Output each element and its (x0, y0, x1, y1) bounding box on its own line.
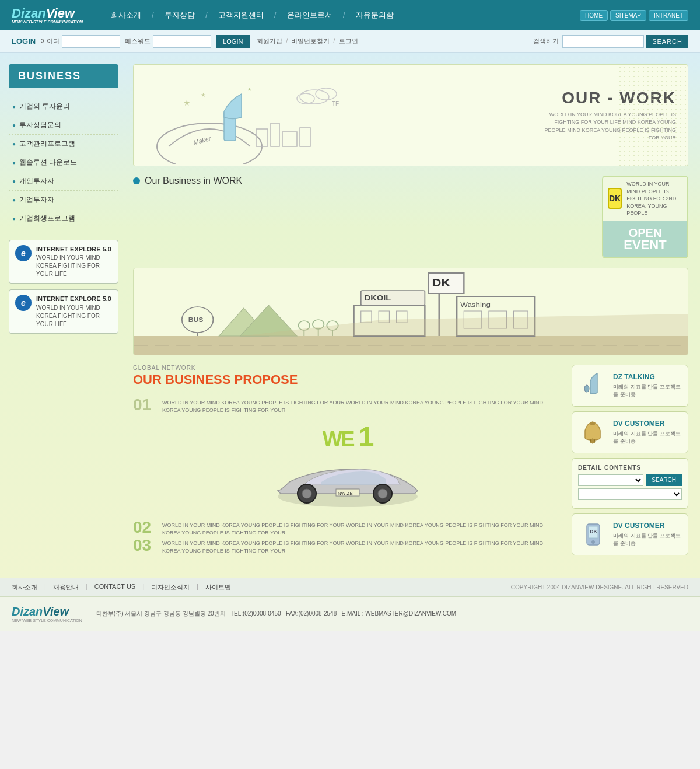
login-bar: LOGIN 아이디 패스워드 LOGIN 회원가입 / 비밀번호찾기 / 로그인… (0, 30, 700, 53)
sidebar-item-3[interactable]: ● 고객관리프로그램 (9, 135, 118, 153)
oe-body: OPEN EVENT (603, 221, 687, 257)
item-text-1: WORLD IN YOUR MIND KOREA YOUNG PEOPLE IS… (162, 397, 562, 415)
nav-item-invest[interactable]: 투자상담 (154, 10, 205, 20)
login-links: 회원가입 / 비밀번호찾기 / 로그인 (257, 37, 358, 46)
section-row: Our Business in WORK DK WORLD IN YOUR MI… (133, 176, 688, 268)
dk-badge: DK (608, 188, 622, 209)
item-text-2: WORLD IN YOUR MIND KOREA YOUNG PEOPLE IS… (162, 519, 562, 537)
search-row-2 (578, 488, 682, 500)
phone-icon: DK (578, 520, 607, 549)
search-button[interactable]: SEARCH (646, 35, 688, 48)
login-button[interactable]: LOGIN (216, 35, 250, 48)
dz-talking-title: DZ TALKING (613, 373, 682, 381)
login-label: LOGIN (12, 37, 36, 46)
scene-svg: BUS DKOIL DK Washing (134, 268, 688, 355)
intranet-button[interactable]: INTRANET (649, 10, 688, 21)
sidebar-item-1[interactable]: ● 기업의 투자윤리 (9, 97, 118, 116)
ie-icon-2: e (15, 295, 32, 311)
ie-icon-1: e (15, 245, 32, 261)
register-link[interactable]: 회원가입 (257, 37, 282, 46)
sidebar-item-5[interactable]: ● 개인투자자 (9, 172, 118, 191)
bullet-7: ● (12, 215, 16, 222)
bottom-logo[interactable]: DizanView NEW WEB-STYLE COMMUNICATION (12, 605, 82, 623)
svg-text:DK: DK (432, 277, 451, 289)
bullet-5: ● (12, 178, 16, 184)
browser-box-2[interactable]: e INTERNET EXPLORE 5.0 WORLD IN YOUR MIN… (9, 289, 118, 333)
propose-item-1: 01 WORLD IN YOUR MIND KOREA YOUNG PEOPLE… (133, 397, 562, 415)
svg-text:★: ★ (183, 98, 191, 107)
detail-search-button[interactable]: SEARCH (646, 474, 682, 486)
svg-text:Maker: Maker (192, 135, 212, 146)
logo[interactable]: DizanView NEW WEB-STYLE COMMUNICATION (12, 7, 83, 24)
footer-link-news[interactable]: 디자인소식지 (151, 583, 190, 592)
open-event-box[interactable]: DK WORLD IN YOUR MIND PEOPLE IS FIGHTING… (602, 176, 688, 258)
svg-rect-7 (271, 123, 279, 146)
sidebar-menu: ● 기업의 투자윤리 ● 투자상담문의 ● 고객관리프로그램 ● 웹솔루션 다운… (9, 97, 118, 228)
search-row-1: SEARCH (578, 474, 682, 486)
car-area: WE 1 (133, 415, 562, 519)
horn-icon (578, 371, 607, 400)
footer-link-sitemap[interactable]: 사이트맵 (205, 583, 231, 592)
sidebar-title: BUSINESS (9, 64, 118, 88)
search-select-1[interactable] (578, 474, 643, 486)
search-input[interactable] (562, 35, 644, 48)
browser-box-1[interactable]: e INTERNET EXPLORE 5.0 WORLD IN YOUR MIN… (9, 240, 118, 284)
id-input[interactable] (62, 35, 120, 48)
svg-text:★: ★ (247, 87, 251, 92)
footer-links: 회사소개 | 채용안내 | CONTACT US | 디자인소식지 | 사이트맵 (12, 583, 231, 592)
banner-illustration: ★ ★ ★ Maker TF (134, 65, 524, 166)
svg-text:BUS: BUS (188, 317, 204, 323)
nav-item-faq[interactable]: 자유문의함 (345, 10, 404, 20)
sidebar-item-4[interactable]: ● 웹솔루션 다운로드 (9, 153, 118, 172)
svg-point-45 (378, 489, 387, 498)
dz-talking-card[interactable]: DZ TALKING 미래의 지표를 만들 프로젝트를 준비중 (572, 365, 688, 407)
pw-input[interactable] (153, 35, 211, 48)
svg-point-43 (302, 489, 312, 498)
nav-links: 회사소개 / 투자상담 / 고객지원센터 / 온라인브로서 / 자유문의함 (100, 10, 580, 20)
nav-item-company[interactable]: 회사소개 (100, 10, 152, 20)
svg-point-49 (584, 385, 589, 392)
svg-text:DK: DK (590, 529, 597, 534)
main-wrapper: BUSINESS ● 기업의 투자윤리 ● 투자상담문의 ● 고객관리프로그램 … (0, 53, 700, 578)
section-title: Our Business in WORK (145, 176, 242, 186)
sitemap-button[interactable]: SITEMAP (610, 10, 646, 21)
banner-sketch-svg: ★ ★ ★ Maker TF (134, 65, 367, 164)
svg-text:Washing: Washing (460, 301, 491, 309)
search-select-2[interactable] (578, 488, 682, 500)
banner-dots (618, 65, 688, 166)
bottom-info: 디찬부(주) 서울시 강남구 강남동 강남빌딩 20번지 TEL:(02)000… (96, 609, 456, 618)
oe-title-event: EVENT (609, 239, 681, 251)
sidebar-item-6[interactable]: ● 기업투자자 (9, 191, 118, 209)
svg-text:TF: TF (332, 100, 339, 107)
dv-customer-card-2[interactable]: DK DV CUSTOMER 미래의 지표를 만들 프로젝트를 준비중 (572, 513, 688, 555)
search-label: 검색하기 (533, 37, 559, 46)
propose-item-3: 03 WORLD IN YOUR MIND KOREA YOUNG PEOPLE… (133, 537, 562, 555)
sidebar: BUSINESS ● 기업의 투자윤리 ● 투자상담문의 ● 고객관리프로그램 … (0, 53, 127, 578)
nav-item-online[interactable]: 온라인브로서 (276, 10, 343, 20)
svg-text:DKOIL: DKOIL (365, 294, 391, 302)
propose-right: DZ TALKING 미래의 지표를 만들 프로젝트를 준비중 (572, 365, 688, 555)
dz-talking-desc: 미래의 지표를 만들 프로젝트를 준비중 (613, 383, 682, 398)
find-pw-link[interactable]: 비밀번호찾기 (291, 37, 330, 46)
footer-bar: 회사소개 | 채용안내 | CONTACT US | 디자인소식지 | 사이트맵… (0, 578, 700, 596)
sidebar-item-2[interactable]: ● 투자상담문의 (9, 116, 118, 135)
svg-point-50 (590, 439, 595, 443)
propose-tag: GLOBAL NETWORK (133, 365, 562, 371)
footer-link-recruit[interactable]: 채용안내 (53, 583, 79, 592)
logout-link[interactable]: 로그인 (339, 37, 358, 46)
footer-link-contact[interactable]: CONTACT US (94, 583, 136, 592)
nav-item-support[interactable]: 고객지원센터 (208, 10, 274, 20)
sidebar-item-7[interactable]: ● 기업회생프로그램 (9, 209, 118, 228)
dv-customer-desc-1: 미래의 지표를 만들 프로젝트를 준비중 (613, 430, 682, 445)
bullet-1: ● (12, 103, 16, 110)
footer-link-company[interactable]: 회사소개 (12, 583, 37, 592)
dv-customer-desc-2: 미래의 지표를 만들 프로젝트를 준비중 (613, 532, 682, 547)
business-propose-section: GLOBAL NETWORK OUR BUSINESS PROPOSE 01 W… (133, 365, 688, 555)
detail-contents-card: DETAIL CONTENTS SEARCH (572, 458, 688, 509)
scene-area: BUS DKOIL DK Washing (133, 268, 688, 355)
home-button[interactable]: HOME (580, 10, 608, 21)
pw-label: 패스워드 (125, 37, 150, 46)
item-text-3: WORLD IN YOUR MIND KOREA YOUNG PEOPLE IS… (162, 537, 562, 555)
main-content: ★ ★ ★ Maker TF (127, 53, 700, 578)
dv-customer-card-1[interactable]: DV CUSTOMER 미래의 지표를 만들 프로젝트를 준비중 (572, 411, 688, 453)
